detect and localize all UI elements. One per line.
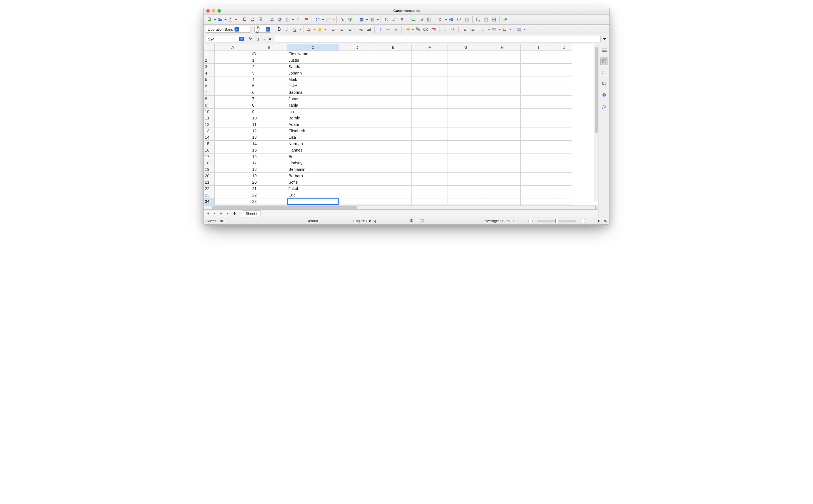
styles-panel-button[interactable]: A bbox=[600, 69, 608, 76]
split-window-button[interactable] bbox=[490, 16, 498, 23]
cell-E3[interactable] bbox=[375, 64, 411, 70]
cell-J5[interactable] bbox=[557, 76, 572, 83]
cell-F20[interactable] bbox=[412, 173, 448, 179]
row-operations-button[interactable] bbox=[358, 16, 368, 23]
cell-D8[interactable] bbox=[339, 96, 375, 102]
cell-J6[interactable] bbox=[557, 83, 572, 89]
cell-G5[interactable] bbox=[448, 76, 484, 83]
zoom-out-button[interactable]: − bbox=[528, 219, 533, 223]
cell-G2[interactable] bbox=[448, 57, 484, 64]
cell-I2[interactable] bbox=[521, 57, 557, 64]
cell-F22[interactable] bbox=[412, 186, 448, 192]
cell-E10[interactable] bbox=[375, 109, 411, 115]
cell-B17[interactable]: 16 bbox=[251, 153, 287, 160]
cell-G3[interactable] bbox=[448, 64, 484, 70]
cell-H13[interactable] bbox=[484, 128, 521, 134]
cell-B6[interactable]: 5 bbox=[251, 83, 287, 89]
cell-B5[interactable]: 4 bbox=[251, 76, 287, 83]
find-replace-button[interactable] bbox=[339, 16, 346, 23]
cell-B9[interactable]: 8 bbox=[251, 102, 287, 109]
cell-C6[interactable]: Jake bbox=[287, 83, 339, 89]
row-header-8[interactable]: 8 bbox=[204, 96, 215, 102]
cell-E22[interactable] bbox=[375, 186, 411, 192]
date-format-button[interactable]: 07 bbox=[430, 26, 437, 33]
cell-G12[interactable] bbox=[448, 121, 484, 128]
copy-button[interactable] bbox=[276, 16, 283, 23]
cell-G15[interactable] bbox=[448, 141, 484, 147]
cell-G24[interactable] bbox=[448, 198, 484, 205]
cell-C23[interactable]: Eric bbox=[287, 192, 339, 198]
cell-C5[interactable]: Maik bbox=[287, 76, 339, 83]
cell-A6[interactable] bbox=[215, 83, 251, 89]
cell-A15[interactable] bbox=[215, 141, 251, 147]
border-style-button[interactable] bbox=[491, 26, 501, 33]
cell-A24[interactable] bbox=[215, 198, 251, 205]
cell-E9[interactable] bbox=[375, 102, 411, 109]
align-bottom-button[interactable] bbox=[392, 26, 399, 33]
borders-button[interactable] bbox=[480, 26, 490, 33]
export-pdf-button[interactable] bbox=[241, 16, 248, 23]
cell-B24[interactable]: 23 bbox=[251, 198, 287, 205]
cell-F9[interactable] bbox=[412, 102, 448, 109]
cell-D24[interactable] bbox=[339, 198, 375, 205]
cell-A20[interactable] bbox=[215, 173, 251, 179]
cell-H7[interactable] bbox=[484, 89, 521, 96]
cell-E5[interactable] bbox=[375, 76, 411, 83]
scroll-thumb[interactable] bbox=[212, 206, 357, 209]
cell-D20[interactable] bbox=[339, 173, 375, 179]
cell-J9[interactable] bbox=[557, 102, 572, 109]
cell-F3[interactable] bbox=[412, 64, 448, 70]
cell-G19[interactable] bbox=[448, 166, 484, 173]
cell-I3[interactable] bbox=[521, 64, 557, 70]
cell-G17[interactable] bbox=[448, 153, 484, 160]
cell-H2[interactable] bbox=[484, 57, 521, 64]
cell-A12[interactable] bbox=[215, 121, 251, 128]
insert-comment-button[interactable] bbox=[456, 16, 463, 23]
column-header-A[interactable]: A bbox=[215, 44, 251, 51]
cell-B11[interactable]: 10 bbox=[251, 115, 287, 121]
cell-J12[interactable] bbox=[557, 121, 572, 128]
clear-formatting-button[interactable]: A bbox=[302, 16, 309, 23]
cell-I11[interactable] bbox=[521, 115, 557, 121]
cell-E4[interactable] bbox=[375, 70, 411, 76]
cell-F23[interactable] bbox=[412, 192, 448, 198]
tab-first-button[interactable] bbox=[205, 210, 211, 217]
zoom-slider-knob[interactable] bbox=[555, 219, 558, 223]
status-page-style[interactable]: Default bbox=[297, 219, 327, 223]
formula-input[interactable] bbox=[275, 36, 601, 42]
zoom-window-button[interactable] bbox=[217, 9, 221, 13]
cell-F13[interactable] bbox=[412, 128, 448, 134]
cell-J10[interactable] bbox=[557, 109, 572, 115]
cell-I7[interactable] bbox=[521, 89, 557, 96]
column-header-D[interactable]: D bbox=[339, 44, 375, 51]
cell-B15[interactable]: 14 bbox=[251, 141, 287, 147]
percent-format-button[interactable]: % bbox=[414, 26, 422, 33]
insert-pivot-button[interactable] bbox=[426, 16, 433, 23]
cell-I22[interactable] bbox=[521, 186, 557, 192]
row-header-24[interactable]: 24 bbox=[204, 198, 215, 205]
cell-C10[interactable]: Lia bbox=[287, 109, 339, 115]
cell-B10[interactable]: 9 bbox=[251, 109, 287, 115]
sum-button[interactable]: Σ bbox=[255, 35, 265, 43]
save-button[interactable] bbox=[227, 16, 237, 23]
cell-G1[interactable] bbox=[448, 51, 484, 57]
cell-D5[interactable] bbox=[339, 76, 375, 83]
cell-C20[interactable]: Barbara bbox=[287, 173, 339, 179]
cell-B8[interactable]: 7 bbox=[251, 96, 287, 102]
cell-J8[interactable] bbox=[557, 96, 572, 102]
show-draw-functions-button[interactable] bbox=[502, 16, 509, 23]
cell-D18[interactable] bbox=[339, 160, 375, 166]
conditional-formatting-button[interactable] bbox=[516, 26, 526, 33]
column-header-J[interactable]: J bbox=[557, 44, 572, 51]
cell-G23[interactable] bbox=[448, 192, 484, 198]
status-selection-mode[interactable] bbox=[420, 219, 425, 223]
status-insert-mode[interactable] bbox=[410, 219, 415, 223]
cell-D12[interactable] bbox=[339, 121, 375, 128]
cell-J7[interactable] bbox=[557, 89, 572, 96]
cell-C15[interactable]: Norman bbox=[287, 141, 339, 147]
cell-A8[interactable] bbox=[215, 96, 251, 102]
cell-J16[interactable] bbox=[557, 147, 572, 153]
vertical-scrollbar[interactable] bbox=[594, 44, 598, 201]
cell-A19[interactable] bbox=[215, 166, 251, 173]
cell-H6[interactable] bbox=[484, 83, 521, 89]
